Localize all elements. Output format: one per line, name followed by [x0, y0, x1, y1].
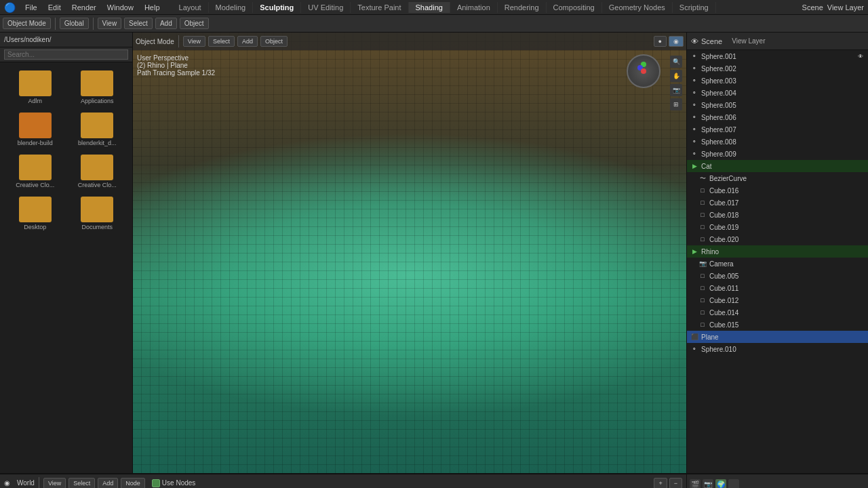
props-scene-icon[interactable]: 🎬: [690, 479, 701, 489]
view-btn[interactable]: View: [98, 18, 122, 29]
outliner-cube018[interactable]: □ Cube.018: [687, 209, 868, 221]
view-mode-dropdown[interactable]: Object Mode: [136, 38, 174, 45]
folder-label-blender-build: blender-build: [18, 140, 53, 146]
folder-icon-creative-2: [81, 155, 113, 180]
outliner-sphere007[interactable]: ⚬ Sphere.007: [687, 123, 868, 136]
tab-scripting[interactable]: Scripting: [673, 2, 716, 13]
folder-applications[interactable]: Applications: [68, 68, 127, 107]
outliner-cube012[interactable]: □ Cube.012: [687, 294, 868, 306]
viewport-3d[interactable]: Object Mode View Select Add Object ● ◉ U…: [133, 33, 686, 473]
global-selector[interactable]: Global: [60, 18, 89, 29]
vp-object-btn[interactable]: Object: [260, 36, 288, 47]
folder-label-desktop: Desktop: [24, 224, 46, 230]
shading-rendered-btn[interactable]: ◉: [669, 36, 684, 47]
props-obj-icon[interactable]: [728, 479, 739, 489]
bottom-section: ◉ World View Select Add Node Use Nodes +…: [0, 473, 868, 488]
folder-blenderkit[interactable]: blenderkit_d...: [68, 110, 127, 149]
outliner-cube017[interactable]: □ Cube.017: [687, 197, 868, 209]
tab-layout[interactable]: Layout: [172, 2, 209, 13]
object-btn[interactable]: Object: [180, 18, 209, 29]
folder-creative-2[interactable]: Creative Clo...: [68, 152, 127, 191]
zoom-tool[interactable]: 🔍: [670, 56, 682, 68]
sphere-icon-3: ⚬: [690, 76, 699, 85]
folder-adlm[interactable]: Adlm: [5, 68, 65, 107]
node-node-btn[interactable]: Node: [121, 478, 145, 489]
add-btn[interactable]: Add: [155, 18, 177, 29]
node-add-btn[interactable]: Add: [98, 478, 118, 489]
sphere006-label: Sphere.006: [701, 114, 865, 121]
outliner-sphere008[interactable]: ⚬ Sphere.008: [687, 136, 868, 148]
mesh-icon-011: □: [698, 283, 707, 293]
folder-creative-1[interactable]: Creative Clo...: [5, 152, 65, 191]
outliner-cube020[interactable]: □ Cube.020: [687, 233, 868, 245]
grid-tool[interactable]: ⊞: [670, 98, 682, 110]
outliner-sphere001[interactable]: ⚬ Sphere.001 👁: [687, 50, 868, 62]
outliner-cube015[interactable]: □ Cube.015: [687, 319, 868, 331]
node-view-btn[interactable]: View: [43, 478, 66, 489]
tab-rendering[interactable]: Rendering: [498, 2, 547, 13]
vp-view-btn[interactable]: View: [183, 36, 205, 47]
outliner-cube019[interactable]: □ Cube.019: [687, 221, 868, 233]
menu-help[interactable]: Help: [139, 2, 165, 13]
cube017-label: Cube.017: [709, 199, 865, 207]
menu-window[interactable]: Window: [102, 2, 139, 13]
props-render-icon[interactable]: 📷: [703, 479, 713, 489]
node-editor[interactable]: ◉ World View Select Add Node Use Nodes +…: [0, 474, 686, 488]
use-nodes-toggle[interactable]: Use Nodes: [152, 479, 195, 487]
outliner-sphere009[interactable]: ⚬ Sphere.009: [687, 148, 868, 160]
cube012-label: Cube.012: [709, 297, 865, 304]
tab-compositing[interactable]: Compositing: [547, 2, 602, 13]
view-layer-selector[interactable]: View Layer: [827, 3, 864, 12]
outliner-rhino[interactable]: ▶ Rhino: [687, 245, 868, 258]
mode-selector[interactable]: Object Mode: [3, 18, 51, 29]
camera-label: Camera: [709, 260, 865, 268]
tab-sculpting[interactable]: Sculpting: [253, 2, 301, 13]
select-btn[interactable]: Select: [124, 18, 153, 29]
sphere007-label: Sphere.007: [701, 126, 865, 134]
scene-selector[interactable]: Scene: [802, 3, 823, 12]
outliner-camera[interactable]: 📷 Camera: [687, 258, 868, 270]
tab-animation[interactable]: Animation: [450, 2, 498, 13]
props-world-icon[interactable]: 🌍: [715, 479, 726, 489]
outliner-sphere002[interactable]: ⚬ Sphere.002: [687, 62, 868, 75]
outliner-sphere005[interactable]: ⚬ Sphere.005: [687, 99, 868, 111]
outliner-cube016[interactable]: □ Cube.016: [687, 184, 868, 197]
node-toolbar-right: + −: [654, 478, 682, 489]
visibility-btn[interactable]: 👁: [856, 52, 865, 61]
menu-file[interactable]: File: [20, 2, 43, 13]
folder-desktop[interactable]: Desktop: [5, 194, 65, 233]
outliner-cube005[interactable]: □ Cube.005: [687, 270, 868, 282]
outliner-sphere006[interactable]: ⚬ Sphere.006: [687, 111, 868, 123]
vp-select-btn[interactable]: Select: [208, 36, 235, 47]
outliner-cat[interactable]: ▶ Cat: [687, 160, 868, 172]
viewport-nav-gizmo[interactable]: [627, 54, 667, 95]
outliner-sphere010[interactable]: ⚬ Sphere.010: [687, 343, 868, 355]
outliner-sphere003[interactable]: ⚬ Sphere.003: [687, 75, 868, 87]
hand-tool[interactable]: ✋: [670, 70, 682, 82]
menu-render[interactable]: Render: [66, 2, 102, 13]
nav-circle[interactable]: [627, 54, 660, 88]
tab-uv[interactable]: UV Editing: [301, 2, 351, 13]
vp-add-btn[interactable]: Add: [237, 36, 258, 47]
tab-geometry-nodes[interactable]: Geometry Nodes: [602, 2, 673, 13]
outliner-beziercurve[interactable]: 〜 BezierCurve: [687, 172, 868, 184]
menu-edit[interactable]: Edit: [43, 2, 66, 13]
camera-tool[interactable]: 📷: [670, 84, 682, 96]
node-zoom-out[interactable]: −: [669, 478, 682, 489]
node-select-btn[interactable]: Select: [68, 478, 95, 489]
tab-texture-paint[interactable]: Texture Paint: [351, 2, 408, 13]
outliner-cube011[interactable]: □ Cube.011: [687, 282, 868, 294]
shading-solid-btn[interactable]: ●: [654, 36, 667, 47]
folder-documents[interactable]: Documents: [68, 194, 127, 233]
tab-modeling[interactable]: Modeling: [209, 2, 254, 13]
folder-blender-build[interactable]: blender-build: [5, 110, 65, 149]
node-editor-toolbar: ◉ World View Select Add Node Use Nodes +…: [0, 474, 686, 488]
outliner-sphere004[interactable]: ⚬ Sphere.004: [687, 87, 868, 99]
use-nodes-checkbox[interactable]: [152, 479, 160, 487]
node-zoom-in[interactable]: +: [654, 478, 667, 489]
search-input[interactable]: [4, 49, 128, 60]
outliner-cube014[interactable]: □ Cube.014: [687, 306, 868, 319]
outliner-plane[interactable]: ⬛ Plane: [687, 331, 868, 343]
cube020-label: Cube.020: [709, 236, 865, 243]
tab-shading[interactable]: Shading: [409, 2, 450, 13]
